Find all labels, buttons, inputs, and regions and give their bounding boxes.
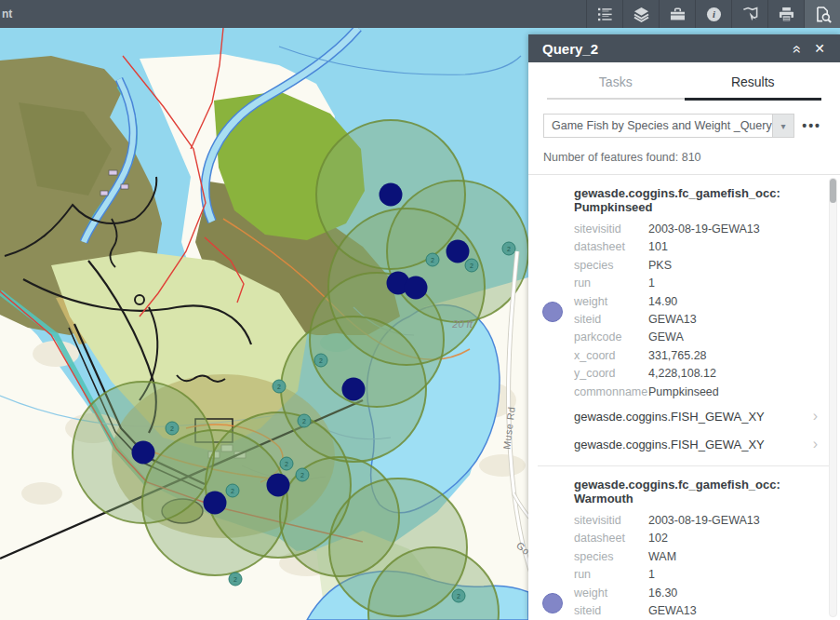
result-item[interactable]: gewasde.coggins.fc_gamefish_occ: Pumpkin… <box>528 175 840 459</box>
scrollbar-thumb[interactable] <box>830 179 836 203</box>
query-icon <box>814 6 832 23</box>
print-icon <box>778 6 795 23</box>
cluster-count: 2 <box>457 593 460 600</box>
app-title-partial: nt <box>2 7 12 20</box>
cluster-count: 2 <box>231 488 234 494</box>
attribute-row: run1 <box>574 275 820 292</box>
result-item[interactable]: gewasde.coggins.fc_gamefish_occ: Warmout… <box>528 466 840 620</box>
attribute-value: 102 <box>648 530 668 547</box>
cluster-count: 2 <box>302 418 306 425</box>
layers-tool-button[interactable] <box>622 0 659 28</box>
query-tool-button[interactable] <box>804 0 840 28</box>
attribute-value: 4,228,108.12 <box>648 365 716 383</box>
chevron-right-icon: › <box>813 436 820 452</box>
related-table-link[interactable]: gewasde.coggins.FISH_GEWA_XY› <box>574 431 820 457</box>
legend-tool-button[interactable] <box>586 0 622 28</box>
query-panel: Query_2 « ✕ Tasks Results Game Fish by S… <box>528 34 840 620</box>
panel-title: Query_2 <box>542 41 786 57</box>
attribute-label: commonname <box>574 384 648 401</box>
features-found-text: Number of features found: 810 <box>543 151 825 164</box>
selected-feature-point[interactable] <box>204 492 227 515</box>
attribute-row: siteidGEWA13 <box>574 602 820 620</box>
cluster-count: 2 <box>170 425 174 432</box>
query-panel-header: Query_2 « ✕ <box>528 34 840 62</box>
selected-feature-point[interactable] <box>132 441 155 465</box>
attribute-label: siteid <box>574 602 648 620</box>
related-table-link[interactable]: gewasde.coggins.FISH_GEWA_XY› <box>574 403 820 429</box>
attribute-label: run <box>574 566 648 584</box>
scrollbar-track[interactable] <box>829 178 837 617</box>
selected-feature-point[interactable] <box>267 474 290 497</box>
attribute-row: datasheet101 <box>574 238 820 256</box>
query-result-dropdown[interactable]: Game Fish by Species and Weight _Query r… <box>543 114 794 138</box>
attribute-label: siteid <box>574 311 648 329</box>
more-options-icon[interactable]: ••• <box>802 118 825 133</box>
related-table-name: gewasde.coggins.FISH_GEWA_XY <box>574 410 765 424</box>
info-tool-button[interactable]: i <box>695 0 731 28</box>
attribute-label: species <box>574 548 648 566</box>
attribute-value: GEWA13 <box>648 602 697 620</box>
attribute-row: x_coord331,765.28 <box>574 347 820 365</box>
cluster-count: 2 <box>507 246 511 252</box>
attribute-row: commonnamePumpkinseed <box>574 384 820 401</box>
toolbox-icon <box>669 6 687 23</box>
tab-results[interactable]: Results <box>685 74 822 101</box>
cluster-count: 2 <box>285 461 288 467</box>
attribute-value: 101 <box>648 238 668 256</box>
attribute-value: 1 <box>648 275 655 292</box>
attribute-value: 14.90 <box>648 293 677 311</box>
feature-symbol-circle <box>542 593 563 613</box>
attribute-value: WAM <box>648 548 676 566</box>
attribute-row: datasheet102 <box>574 530 820 547</box>
attribute-label: x_coord <box>574 347 648 365</box>
toolbar-buttons: i <box>586 0 840 28</box>
cluster-count: 2 <box>233 576 237 583</box>
collapse-button[interactable]: « <box>786 34 808 62</box>
dropdown-value: Game Fish by Species and Weight _Query r… <box>544 115 772 137</box>
info-icon: i <box>705 6 723 23</box>
attribute-value: GEWA <box>648 329 684 346</box>
web-map-app: 222222222222 20 ftMuse RdGo nt i Query_2… <box>0 0 840 620</box>
legend-icon <box>596 6 614 23</box>
attribute-value: 2003-08-19-GEWA13 <box>648 512 760 530</box>
top-toolbar: nt i <box>0 0 840 28</box>
selected-feature-point[interactable] <box>342 378 366 401</box>
selected-feature-point[interactable] <box>405 276 428 300</box>
attribute-label: datasheet <box>574 530 648 547</box>
toolbox-tool-button[interactable] <box>659 0 695 28</box>
cluster-count: 2 <box>319 357 323 364</box>
cluster-count: 2 <box>300 472 304 478</box>
tab-tasks[interactable]: Tasks <box>547 74 685 100</box>
attribute-row: parkcodeGEWA <box>574 329 820 346</box>
result-title: gewasde.coggins.fc_gamefish_occ: Warmout… <box>574 478 820 505</box>
select-icon <box>741 6 759 23</box>
attribute-row: y_coord4,228,108.12 <box>574 365 820 383</box>
print-tool-button[interactable] <box>767 0 804 28</box>
cluster-count: 2 <box>277 384 281 390</box>
attribute-row: siteidGEWA13 <box>574 311 820 329</box>
attribute-label: sitevisitid <box>574 221 648 238</box>
cluster-count: 2 <box>470 263 473 269</box>
chevron-right-icon: › <box>813 408 820 425</box>
attribute-row: sitevisitid2003-08-19-GEWA13 <box>574 221 820 238</box>
attribute-value: GEWA13 <box>648 311 697 329</box>
attribute-value: 1 <box>648 566 655 584</box>
attribute-label: run <box>574 275 648 292</box>
attribute-label: weight <box>574 585 648 602</box>
close-button[interactable]: ✕ <box>808 34 831 62</box>
cluster-count: 2 <box>431 257 434 263</box>
attribute-label: y_coord <box>574 365 648 383</box>
attribute-label: parkcode <box>574 329 648 346</box>
attribute-row: weight16.30 <box>574 585 820 602</box>
attribute-row: speciesPKS <box>574 257 820 275</box>
results-list: gewasde.coggins.fc_gamefish_occ: Pumpkin… <box>528 174 840 620</box>
selected-feature-point[interactable] <box>380 183 403 207</box>
svg-text:i: i <box>713 8 715 20</box>
attribute-row: sitevisitid2003-08-19-GEWA13 <box>574 512 820 530</box>
attribute-value: Pumpkinseed <box>648 384 719 401</box>
collapse-icon: « <box>783 46 811 52</box>
selected-feature-point[interactable] <box>447 240 470 263</box>
chevron-down-icon: ▾ <box>772 115 793 137</box>
select-tool-button[interactable] <box>731 0 767 28</box>
attribute-label: weight <box>574 293 648 311</box>
